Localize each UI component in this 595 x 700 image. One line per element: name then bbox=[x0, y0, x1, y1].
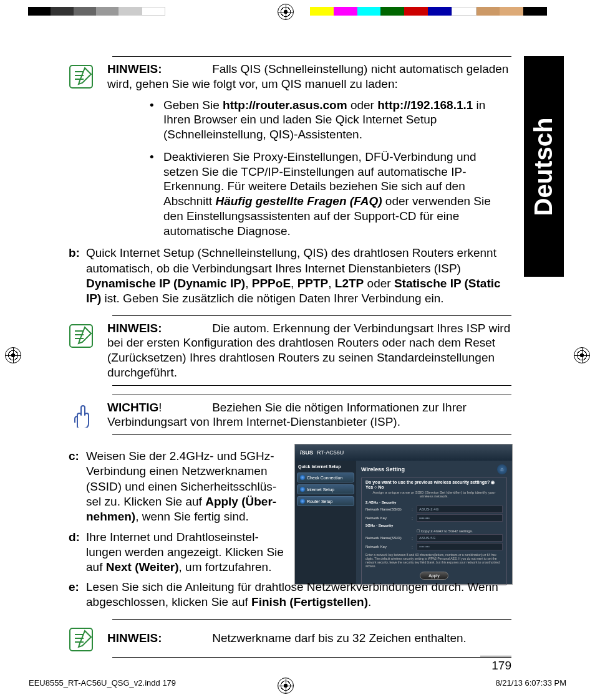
home-icon: ⌂ bbox=[497, 464, 507, 474]
page-number: 179 bbox=[480, 656, 511, 673]
brand-label: /SUS bbox=[300, 449, 313, 456]
note-label: HINWEIS: bbox=[107, 322, 162, 335]
step-d: d: Ihre Internet und Drahtloseinstel­lun… bbox=[69, 530, 284, 575]
footer-filename: EEU8555_RT-AC56U_QSG_v2.indd 179 bbox=[29, 678, 176, 688]
color-bar-left bbox=[28, 7, 165, 16]
step-c: c: Weisen Sie der 2.4GHz- und 5GHz-Verbi… bbox=[69, 449, 284, 525]
note-icon bbox=[69, 627, 94, 652]
registration-mark-icon bbox=[5, 347, 21, 363]
side-item: Check Connection bbox=[297, 472, 354, 482]
page-content: HINWEIS: Falls QIS (Schnelleinstellung) … bbox=[69, 56, 511, 658]
step-text: Ihre Internet und Drahtloseinstel­lungen… bbox=[86, 530, 284, 575]
note-block: HINWEIS: Falls QIS (Schnelleinstellung) … bbox=[69, 62, 511, 92]
important-block: WICHTIG! Beziehen Sie die nötigen Inform… bbox=[69, 400, 511, 430]
note-body: HINWEIS: Die autom. Erkennung der Verbin… bbox=[107, 321, 511, 380]
qis-title: Quick Internet Setup bbox=[297, 463, 354, 470]
registration-mark-icon bbox=[278, 4, 294, 20]
subtext: Assign a unique name or SSID (Service Se… bbox=[365, 491, 503, 498]
ssid-24-input: ASUS-2.4G bbox=[417, 506, 503, 513]
ssid-5-input: ASUS-5G bbox=[417, 534, 503, 542]
step-label: d: bbox=[69, 530, 86, 575]
note-body: HINWEIS: Falls QIS (Schnelleinstellung) … bbox=[107, 62, 511, 92]
note-icon bbox=[69, 64, 94, 89]
note-label: HINWEIS: bbox=[107, 62, 162, 75]
note-text: Falls QIS (Schnelleinstellung) nicht aut… bbox=[107, 62, 508, 90]
registration-mark-icon bbox=[574, 347, 590, 363]
note-text: Netzwerkname darf bis zu 32 Zeichen enth… bbox=[212, 631, 467, 645]
note-block: HINWEIS: Die autom. Erkennung der Verbin… bbox=[69, 321, 511, 380]
bullet-list: Geben Sie http://router.asus.com oder ht… bbox=[125, 98, 511, 239]
note-label: HINWEIS: bbox=[107, 631, 162, 645]
bullet-item: Deaktivieren Sie Proxy-Einstellungen, DF… bbox=[150, 150, 511, 239]
question-text: Do you want to use the previous wireless… bbox=[365, 480, 503, 489]
two-column-section: c: Weisen Sie der 2.4GHz- und 5GHz-Verbi… bbox=[69, 444, 511, 585]
step-text: Weisen Sie der 2.4GHz- und 5GHz-Verbindu… bbox=[86, 449, 284, 525]
step-b: b: Quick Internet Setup (Schnelleinstell… bbox=[69, 246, 511, 306]
important-label: WICHTIG bbox=[107, 401, 158, 414]
print-footer: EEU8555_RT-AC56U_QSG_v2.indd 179 8/21/13… bbox=[29, 678, 566, 688]
model-label: RT-AC56U bbox=[317, 449, 344, 456]
panel-title: Wireless Setting bbox=[361, 466, 405, 472]
footer-message: Enter a network key between 8 and 63 cha… bbox=[365, 553, 503, 568]
section-label: 2.4GHz - Security bbox=[365, 501, 503, 504]
side-item: Router Setup bbox=[297, 496, 354, 506]
important-body: WICHTIG! Beziehen Sie die nötigen Inform… bbox=[107, 400, 511, 430]
side-item: Internet Setup bbox=[297, 484, 354, 494]
step-label: b: bbox=[69, 246, 86, 306]
note-icon bbox=[69, 324, 94, 348]
step-label: c: bbox=[69, 449, 86, 525]
note-block: HINWEIS: Netzwerkname darf bis zu 32 Zei… bbox=[69, 625, 511, 652]
step-text: Quick Internet Setup (Schnelleinstellung… bbox=[86, 246, 511, 306]
color-bar-right bbox=[310, 7, 547, 16]
apply-button: Apply bbox=[420, 572, 448, 580]
footer-timestamp: 8/21/13 6:07:33 PM bbox=[496, 678, 566, 688]
bullet-item: Geben Sie http://router.asus.com oder ht… bbox=[150, 98, 511, 142]
step-label: e: bbox=[69, 580, 86, 610]
note-body: HINWEIS: Netzwerkname darf bis zu 32 Zei… bbox=[107, 625, 467, 646]
language-tab: Deutsch bbox=[524, 56, 564, 277]
hand-icon bbox=[69, 403, 94, 428]
key-24-input: •••••••• bbox=[417, 514, 503, 522]
router-screenshot: /SUS RT-AC56U Quick Internet Setup Check… bbox=[294, 444, 511, 585]
language-label: Deutsch bbox=[530, 117, 558, 216]
key-5-input: •••••••• bbox=[417, 543, 503, 550]
note-text: Die autom. Erkennung der Verbindungsart … bbox=[107, 322, 510, 379]
section-label: 5GHz - Security bbox=[365, 524, 503, 527]
